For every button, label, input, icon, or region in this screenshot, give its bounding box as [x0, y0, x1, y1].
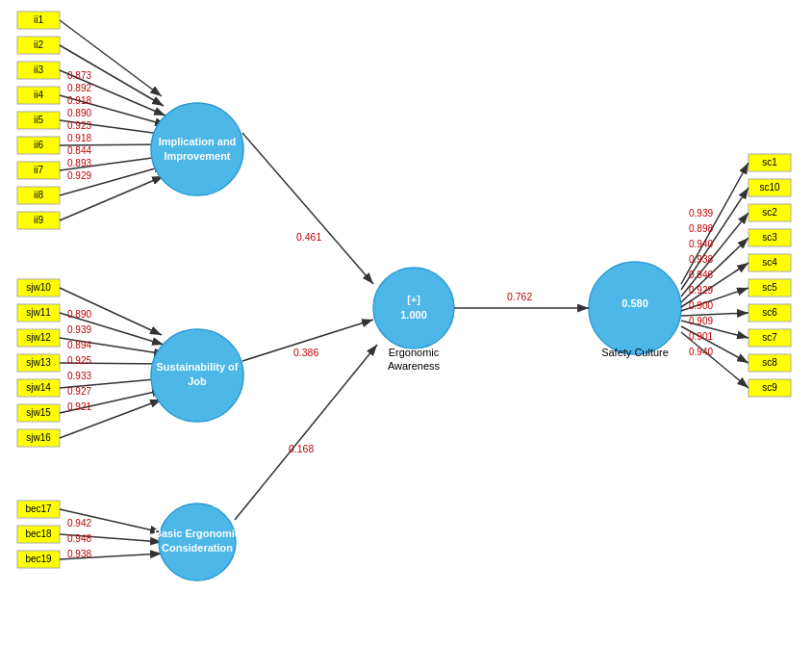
label-sjw13: sjw13	[26, 357, 51, 368]
loading-ii5b: 0.923	[67, 120, 91, 131]
label-sc6: sc6	[762, 307, 777, 318]
label-sc2: sc2	[762, 207, 777, 218]
label-ii6: ii6	[34, 140, 43, 150]
circle-bec-label2: Consideration	[162, 542, 233, 554]
label-sc9: sc9	[762, 382, 777, 393]
loading-sjw15: 0.927	[67, 386, 91, 397]
loading-sc10: 0.898	[689, 223, 713, 234]
loading-sjw14: 0.933	[67, 371, 91, 381]
label-ea2: Awareness	[388, 360, 441, 372]
label-sjw11: sjw11	[26, 307, 51, 318]
circle-sjw-label2: Job	[188, 375, 207, 387]
label-bec19: bec19	[25, 554, 52, 564]
loading-sjw16: 0.921	[67, 401, 91, 412]
label-sc: Safety Culture	[601, 347, 669, 358]
loading-ii7: 0.893	[67, 158, 91, 168]
label-sjw15: sjw15	[26, 407, 51, 418]
label-ii5: ii5	[34, 115, 43, 125]
path-sjw-ea: 0.386	[293, 347, 318, 358]
path-ea-sc: 0.762	[507, 291, 532, 302]
label-sc10: sc10	[759, 182, 780, 193]
label-sc1: sc1	[762, 157, 777, 168]
circle-sjw-label: Sustainability of	[157, 361, 239, 373]
loading-sjw11: 0.939	[67, 324, 91, 335]
label-sc7: sc7	[762, 332, 777, 343]
arrow-bec-ea	[235, 345, 377, 520]
loading-sjw13: 0.925	[67, 355, 91, 366]
loading-bec18: 0.948	[67, 533, 91, 544]
loading-ii3b: 0.892	[67, 83, 91, 93]
loading-ii6b: 0.844	[67, 145, 91, 156]
loading-bec17: 0.942	[67, 518, 91, 529]
loading-bec19: 0.938	[67, 549, 91, 559]
loading-sjw12: 0.894	[67, 340, 91, 350]
label-ii7: ii7	[34, 165, 43, 175]
label-sc3: sc3	[762, 232, 777, 243]
loading-sc7: 0.909	[689, 316, 713, 326]
loading-sc3: 0.938	[689, 254, 713, 265]
arrow-ii9-ii	[60, 176, 164, 220]
label-sjw16: sjw16	[26, 432, 51, 443]
label-ii9: ii9	[34, 215, 43, 225]
path-ii-ea: 0.461	[296, 231, 321, 243]
loading-sc6: 0.900	[689, 300, 713, 311]
label-ii8: ii8	[34, 190, 43, 200]
label-ea: Ergonomic	[389, 347, 440, 358]
loading-sc9: 0.940	[689, 347, 713, 357]
circle-ii-label2: Improvement	[164, 150, 230, 162]
label-bec17: bec17	[25, 503, 52, 514]
label-ii3: ii3	[34, 64, 43, 75]
circle-ea-label2: 1.000	[400, 309, 427, 321]
circle-ii-label: Implication and	[159, 136, 237, 147]
label-ii4: ii4	[34, 90, 43, 100]
circle-bec-label: Basic Ergonomic	[154, 528, 241, 539]
label-ii2: ii2	[34, 39, 43, 50]
label-sc8: sc8	[762, 357, 777, 368]
label-sjw10: sjw10	[26, 282, 51, 293]
label-sjw12: sjw12	[26, 332, 51, 343]
loading-ii5: 0.890	[67, 108, 91, 118]
circle-sc-value: 0.580	[622, 297, 648, 309]
loading-sc8: 0.901	[689, 331, 713, 342]
loading-ii4: 0.918	[67, 95, 91, 106]
loading-sc4: 0.946	[689, 270, 713, 280]
loading-sjw10: 0.890	[67, 309, 91, 320]
path-model-diagram: ii1 ii2 ii3 ii4 ii5 ii6 ii7 ii8 ii9 sjw1…	[0, 0, 812, 645]
label-sc5: sc5	[762, 282, 777, 293]
path-bec-ea: 0.168	[289, 443, 314, 454]
loading-sc5: 0.929	[689, 285, 713, 296]
label-ii1: ii1	[34, 14, 43, 25]
label-sc4: sc4	[762, 257, 777, 268]
loading-sc2: 0.940	[689, 239, 713, 249]
loading-ii3: 0.873	[67, 70, 91, 81]
loading-ii8: 0.929	[67, 170, 91, 181]
label-bec18: bec18	[25, 529, 52, 539]
loading-sc1: 0.939	[689, 208, 713, 219]
circle-ea-label1: [+]	[407, 294, 420, 305]
label-sjw14: sjw14	[26, 382, 51, 393]
arrow-ii-ea	[242, 133, 373, 284]
loading-ii6: 0.918	[67, 133, 91, 143]
